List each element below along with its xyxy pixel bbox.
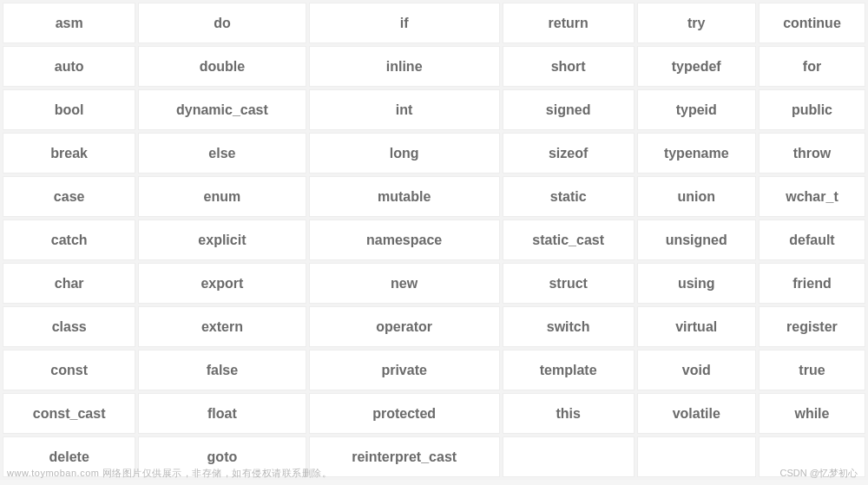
keyword-cell: public	[759, 89, 865, 130]
table-row: auto double inline short typedef for	[3, 46, 865, 87]
keyword-cell: union	[637, 176, 756, 217]
keyword-cell: throw	[759, 133, 865, 174]
keyword-cell: return	[503, 3, 635, 43]
keyword-cell: int	[309, 89, 500, 130]
keyword-cell: true	[759, 350, 865, 390]
keyword-cell: this	[503, 393, 635, 434]
keyword-cell: class	[3, 306, 135, 347]
table-row: char export new struct using friend	[3, 263, 865, 304]
table-row: class extern operator switch virtual reg…	[3, 306, 865, 347]
keyword-cell: while	[759, 393, 865, 434]
keyword-cell: case	[3, 176, 135, 217]
keyword-cell: new	[309, 263, 500, 304]
keyword-cell: signed	[503, 89, 635, 130]
table-row: bool dynamic_cast int signed typeid publ…	[3, 89, 865, 130]
keywords-table: asm do if return try continue auto doubl…	[0, 0, 868, 480]
keyword-cell: protected	[309, 393, 500, 434]
keyword-cell: template	[503, 350, 635, 390]
keyword-cell: void	[637, 350, 756, 390]
keyword-cell: export	[138, 263, 306, 304]
keyword-cell: asm	[3, 3, 135, 43]
keyword-cell: operator	[309, 306, 500, 347]
keyword-cell: long	[309, 133, 500, 174]
keyword-cell: if	[309, 3, 500, 43]
keyword-cell: explicit	[138, 220, 306, 260]
keyword-cell: typeid	[637, 89, 756, 130]
keyword-cell: dynamic_cast	[138, 89, 306, 130]
keyword-cell: char	[3, 263, 135, 304]
keyword-cell: static_cast	[503, 220, 635, 260]
table-row: asm do if return try continue	[3, 3, 865, 43]
keyword-cell: register	[759, 306, 865, 347]
keyword-cell: catch	[3, 220, 135, 260]
watermark-right: CSDN @忆梦初心	[780, 467, 858, 480]
empty-cell	[637, 436, 756, 477]
keyword-cell: using	[637, 263, 756, 304]
watermark-left: www.toymoban.com 网络图片仅供展示，非存储，如有侵权请联系删除。	[7, 467, 332, 480]
keyword-cell: volatile	[637, 393, 756, 434]
keyword-cell: virtual	[637, 306, 756, 347]
keyword-cell: mutable	[309, 176, 500, 217]
keyword-cell: default	[759, 220, 865, 260]
keyword-cell: friend	[759, 263, 865, 304]
keyword-cell: enum	[138, 176, 306, 217]
keyword-cell: const_cast	[3, 393, 135, 434]
keyword-cell: auto	[3, 46, 135, 87]
keyword-cell: typename	[637, 133, 756, 174]
keyword-cell: for	[759, 46, 865, 87]
keyword-cell: continue	[759, 3, 865, 43]
keyword-cell: const	[3, 350, 135, 390]
table-row: catch explicit namespace static_cast uns…	[3, 220, 865, 260]
keyword-cell: namespace	[309, 220, 500, 260]
keyword-cell: bool	[3, 89, 135, 130]
keyword-cell: inline	[309, 46, 500, 87]
keyword-cell: wchar_t	[759, 176, 865, 217]
keyword-cell: typedef	[637, 46, 756, 87]
keyword-cell: switch	[503, 306, 635, 347]
keyword-cell: double	[138, 46, 306, 87]
table-body: asm do if return try continue auto doubl…	[3, 3, 865, 477]
keyword-cell: false	[138, 350, 306, 390]
keyword-cell: float	[138, 393, 306, 434]
table-row: const false private template void true	[3, 350, 865, 390]
empty-cell	[503, 436, 635, 477]
keyword-cell: extern	[138, 306, 306, 347]
keyword-cell: sizeof	[503, 133, 635, 174]
table-row: case enum mutable static union wchar_t	[3, 176, 865, 217]
keyword-cell: else	[138, 133, 306, 174]
keyword-cell: unsigned	[637, 220, 756, 260]
keyword-cell: private	[309, 350, 500, 390]
table-row: const_cast float protected this volatile…	[3, 393, 865, 434]
table-row: break else long sizeof typename throw	[3, 133, 865, 174]
keyword-cell: static	[503, 176, 635, 217]
keyword-cell: reinterpret_cast	[309, 436, 500, 477]
keyword-cell: do	[138, 3, 306, 43]
keyword-cell: try	[637, 3, 756, 43]
keyword-cell: struct	[503, 263, 635, 304]
keyword-cell: short	[503, 46, 635, 87]
keyword-cell: break	[3, 133, 135, 174]
